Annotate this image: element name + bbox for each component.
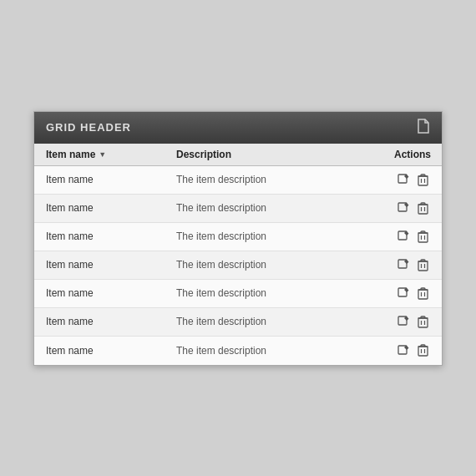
svg-rect-21 [418, 290, 428, 299]
svg-rect-11 [418, 233, 428, 242]
cell-actions [383, 342, 442, 358]
cell-actions [383, 286, 442, 301]
table-row: Item name The item description [34, 223, 442, 251]
cell-description: The item description [168, 174, 383, 185]
delete-button[interactable] [416, 257, 430, 273]
table-row: Item name The item description [34, 308, 442, 337]
cell-description: The item description [168, 259, 383, 271]
col-header-item-name[interactable]: Item name ▼ [34, 149, 168, 160]
cell-item-name: Item name [34, 202, 168, 214]
grid-header: GRID HEADER [34, 112, 442, 144]
cell-actions [383, 229, 442, 245]
edit-button[interactable] [396, 286, 411, 301]
svg-rect-26 [418, 318, 428, 327]
svg-rect-6 [418, 205, 428, 214]
cell-actions [383, 257, 442, 273]
col-header-description: Description [168, 149, 383, 160]
delete-button[interactable] [416, 200, 430, 216]
cell-item-name: Item name [34, 259, 168, 271]
delete-button[interactable] [416, 286, 430, 301]
grid-container: GRID HEADER Item name ▼ Description Acti… [33, 111, 443, 366]
cell-item-name: Item name [34, 287, 168, 299]
add-icon[interactable] [417, 119, 430, 137]
delete-button[interactable] [416, 314, 430, 330]
cell-item-name: Item name [34, 316, 168, 327]
cell-description: The item description [168, 230, 383, 242]
table-row: Item name The item description [34, 195, 442, 223]
table-row: Item name The item description [34, 337, 442, 365]
cell-description: The item description [168, 287, 383, 299]
delete-button[interactable] [416, 229, 430, 245]
cell-description: The item description [168, 345, 383, 357]
table-row: Item name The item description [34, 280, 442, 308]
cell-actions [383, 314, 442, 330]
rows-container: Item name The item description [34, 166, 442, 365]
cell-description: The item description [168, 316, 383, 327]
edit-button[interactable] [396, 172, 411, 187]
grid-header-title: GRID HEADER [46, 121, 131, 134]
sort-icon: ▼ [99, 150, 106, 159]
cell-actions [383, 200, 442, 216]
delete-button[interactable] [416, 172, 430, 188]
edit-button[interactable] [396, 229, 411, 244]
edit-button[interactable] [396, 257, 411, 272]
table-row: Item name The item description [34, 166, 442, 195]
cell-item-name: Item name [34, 174, 168, 185]
svg-rect-16 [418, 261, 428, 271]
edit-button[interactable] [396, 343, 411, 358]
cell-item-name: Item name [34, 230, 168, 242]
cell-actions [383, 172, 442, 188]
column-headers: Item name ▼ Description Actions [34, 144, 442, 166]
table-row: Item name The item description [34, 251, 442, 280]
edit-button[interactable] [396, 200, 411, 215]
svg-rect-31 [418, 347, 428, 356]
cell-description: The item description [168, 202, 383, 214]
svg-rect-1 [418, 176, 428, 185]
edit-button[interactable] [396, 314, 411, 329]
col-header-actions: Actions [383, 149, 442, 160]
delete-button[interactable] [416, 342, 430, 358]
cell-item-name: Item name [34, 345, 168, 357]
